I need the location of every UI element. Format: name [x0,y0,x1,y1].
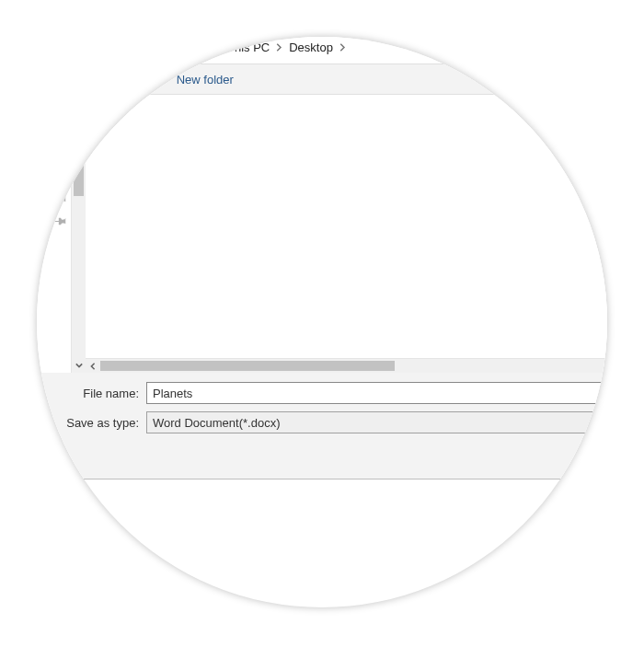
save-form: File name: Save as type: Word Document(*… [37,373,607,448]
breadcrumb-segment[interactable]: Desktop [285,40,337,54]
address-bar: This PC Desktop [37,37,607,64]
pin-icon [56,215,67,229]
pin-icon [56,149,67,163]
save-dialog-window: This PC Desktop Organize ▼ New folder [37,37,607,479]
scroll-thumb[interactable] [74,95,84,196]
nav-item[interactable]: Downloads [37,167,71,189]
toolbar: Organize ▼ New folder [37,64,607,95]
savetype-value: Word Document(*.docx) [153,416,280,430]
nav-item-label: New PhantomPD [37,282,39,295]
organize-button[interactable]: Organize ▼ [102,73,160,87]
nav-item[interactable]: Desktop [37,122,71,144]
savetype-label: Save as type: [37,416,139,430]
chevron-right-icon [275,40,283,54]
quick-access-node[interactable]: Quick access [37,100,71,122]
nav-up-icon[interactable] [172,39,189,55]
main-split: Quick access Desktop2016 HSADownloadsDoc… [37,95,607,373]
nav-forward-icon[interactable] [132,39,148,55]
nav-item[interactable]: 90 Launch [37,233,71,255]
dropdown-icon: ▼ [154,76,160,83]
pin-icon [56,127,67,141]
nav-item[interactable]: New PhantomPD [37,277,71,299]
scroll-up-icon[interactable] [72,95,86,110]
column-header-name[interactable]: Name [86,95,607,119]
nav-item[interactable]: Planning [37,299,71,321]
scroll-left-icon[interactable] [86,359,100,373]
scroll-thumb[interactable] [100,361,395,371]
pin-icon [56,193,67,207]
organize-label: Organize [102,73,151,87]
nav-recent-dropdown-icon[interactable] [152,39,168,55]
hide-folders-button[interactable]: Hide Folders [37,456,58,469]
nav-item[interactable]: 2016 HSA [37,144,71,167]
hide-folders-label: Hide Folders [37,456,58,469]
file-list[interactable]: Name [86,95,607,373]
content-hscrollbar[interactable] [86,358,607,373]
filename-label: File name: [37,387,139,400]
breadcrumb[interactable]: This PC Desktop [192,37,607,59]
nav-pane: Quick access Desktop2016 HSADownloadsDoc… [37,95,86,373]
filename-input[interactable] [146,382,607,404]
nav-item[interactable]: Pictures [37,211,71,233]
breadcrumb-root-icon [197,40,212,54]
scroll-down-icon[interactable] [72,358,86,373]
chevron-right-icon [339,40,347,54]
breadcrumb-segment[interactable]: This PC [224,40,273,54]
pin-icon [56,171,67,185]
dialog-footer: Hide Folders [37,448,607,479]
nav-item[interactable]: Documents [37,189,71,211]
new-folder-button[interactable]: New folder [177,73,234,87]
new-folder-label: New folder [177,73,234,87]
nav-scrollbar[interactable] [71,95,86,373]
nav-item[interactable]: Demo [37,255,71,277]
chevron-right-icon [213,40,222,54]
savetype-combobox[interactable]: Word Document(*.docx) [146,411,607,433]
